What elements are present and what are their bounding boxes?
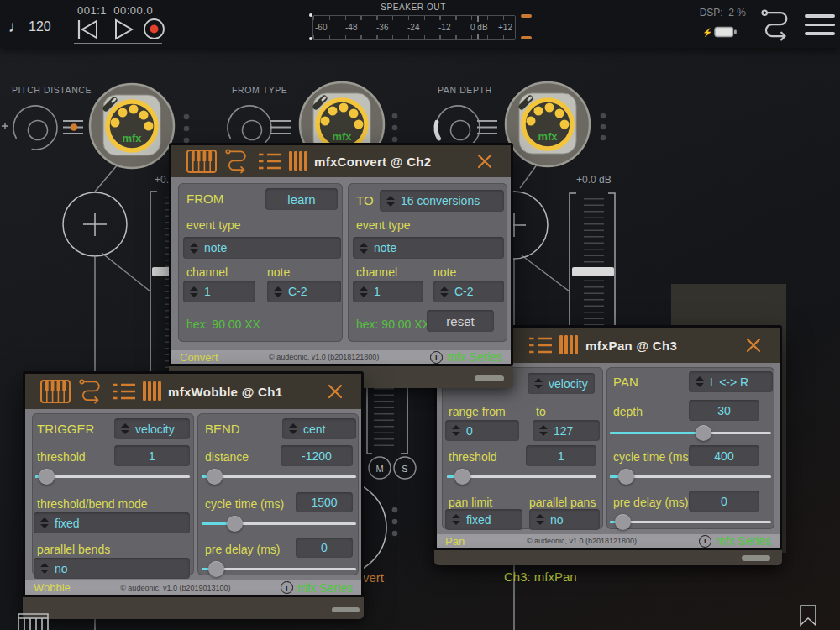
pan-threshold-slider[interactable]	[447, 469, 596, 485]
ch2-lower-dots-menu[interactable]	[392, 507, 398, 537]
pan-threshold-field[interactable]: 1	[526, 445, 596, 466]
mfxconvert-titlebar[interactable]: mfxConvert @ Ch2	[171, 145, 511, 177]
wobble-threshold-slider[interactable]	[35, 469, 190, 485]
wobble-trigger-source-select[interactable]: velocity	[114, 418, 190, 439]
info-icon[interactable]	[281, 581, 293, 594]
mini-keyboard-widget[interactable]	[15, 611, 53, 630]
meter-tick-label: -48	[345, 23, 357, 32]
ch3-channel-tag[interactable]: Ch3: mfxPan	[504, 570, 577, 584]
output-level-meter: -60 -48 -36 -24 -12 0 dB +12	[312, 15, 516, 40]
ch1-dots-menu[interactable]	[184, 114, 190, 144]
ch2-strip-menu-icon[interactable]	[270, 121, 291, 134]
mfxconvert-drag-handle[interactable]	[475, 375, 504, 381]
to-channel-label: channel	[356, 265, 397, 279]
brand: mfx Series	[281, 581, 353, 595]
mfxpan-footer: Pan © audeonic, v1.0 (b2018121800) mfx S…	[437, 534, 780, 548]
to-channel-select[interactable]: 1	[353, 281, 423, 302]
ch1-pitch-distance-knob[interactable]	[2, 106, 57, 150]
play-button[interactable]	[113, 18, 134, 40]
ch2-solo-button[interactable]: S	[394, 457, 416, 479]
wobble-parallel-select[interactable]: no	[34, 558, 190, 579]
mfxwobble-window-title: mfxWobble @ Ch1	[168, 385, 282, 399]
pan-parallel-select[interactable]: no	[529, 509, 600, 530]
wobble-mode-select[interactable]: fixed	[34, 512, 190, 533]
event-list-icon[interactable]	[259, 152, 282, 171]
wobble-predelay-field[interactable]: 0	[296, 538, 353, 558]
stream-route-icon[interactable]	[79, 378, 104, 405]
wobble-cycle-slider[interactable]	[202, 516, 356, 532]
pan-depth-label: depth	[613, 405, 643, 418]
bars-icon[interactable]	[143, 381, 161, 402]
keyboard-icon[interactable]	[40, 380, 71, 403]
pan-range-to-select[interactable]: 127	[533, 420, 600, 441]
ch3-dots-menu[interactable]	[601, 113, 606, 141]
close-icon[interactable]	[477, 154, 492, 169]
close-icon[interactable]	[328, 384, 343, 399]
mfxpan-body: velocity range from to 0 127 threshold 1…	[437, 363, 780, 534]
meter-tick-label: -36	[376, 23, 388, 32]
wobble-distance-field[interactable]: -1200	[281, 445, 353, 466]
ch3-fader-handle[interactable]	[572, 267, 614, 276]
ch2-mute-button[interactable]: M	[369, 457, 391, 479]
to-event-type-select[interactable]: note	[353, 237, 504, 259]
pan-trigger-source-select[interactable]: velocity	[528, 373, 595, 394]
mfxwobble-drag-handle[interactable]	[332, 607, 360, 612]
wobble-predelay-slider[interactable]	[202, 561, 356, 577]
from-channel-select[interactable]: 1	[183, 281, 255, 302]
wobble-distance-slider[interactable]	[202, 469, 356, 485]
pan-direction-select[interactable]: L <-> R	[689, 371, 773, 392]
pan-predelay-slider[interactable]	[610, 514, 771, 530]
pan-depth-field[interactable]: 30	[689, 400, 759, 421]
wobble-threshold-field[interactable]: 1	[114, 445, 190, 466]
transport-bar: ♩ 120 001:1 00:00.0 SPEAKER OUT -60 -48 …	[0, 0, 840, 48]
pan-predelay-field[interactable]: 0	[689, 491, 759, 512]
wobble-cycle-field[interactable]: 1500	[296, 492, 353, 512]
ch2-channel-tag[interactable]: vert	[363, 570, 384, 585]
main-menu-button[interactable]	[805, 14, 835, 35]
pan-range-to-label: to	[536, 405, 546, 418]
pan-cycle-label: cycle time (ms)	[613, 450, 692, 464]
battery-status: ⚡	[702, 26, 738, 38]
tempo-display[interactable]: ♩ 120	[8, 18, 51, 36]
bars-icon[interactable]	[559, 335, 578, 355]
ch3-midi-connector[interactable]: mfx	[506, 82, 590, 166]
bars-icon[interactable]	[289, 151, 307, 171]
pan-limit-select[interactable]: fixed	[445, 509, 522, 530]
pan-cycle-slider[interactable]	[610, 469, 771, 485]
ch1-midi-connector[interactable]: mfx	[90, 84, 174, 168]
info-icon[interactable]	[699, 535, 711, 548]
close-icon[interactable]	[746, 338, 761, 353]
global-stream-route-button[interactable]	[759, 8, 795, 42]
reset-button[interactable]: reset	[427, 310, 494, 332]
skip-to-start-button[interactable]	[76, 18, 101, 40]
convert-learn-button[interactable]: learn	[265, 188, 338, 210]
mfxconvert-window: mfxConvert @ Ch2 FROM learn event type n…	[169, 143, 513, 366]
record-button[interactable]	[143, 18, 165, 40]
wobble-bend-unit-select[interactable]: cent	[282, 418, 356, 439]
to-note-select[interactable]: C-2	[433, 281, 504, 302]
keyboard-icon[interactable]	[186, 150, 217, 173]
event-list-icon[interactable]	[113, 382, 136, 401]
bookmark-icon[interactable]	[801, 606, 816, 625]
midi-activity-led-left	[521, 14, 532, 18]
mfxpan-drag-strip[interactable]	[434, 550, 782, 565]
event-list-icon[interactable]	[529, 336, 553, 354]
stream-route-icon[interactable]	[225, 148, 250, 175]
ch3-strip-menu-icon[interactable]	[477, 121, 497, 134]
pan-cycle-field[interactable]: 400	[689, 445, 759, 466]
pan-range-from-select[interactable]: 0	[445, 420, 519, 441]
info-icon[interactable]	[430, 351, 443, 364]
from-event-type-select[interactable]: note	[183, 237, 341, 259]
wobble-cycle-label: cycle time (ms)	[205, 497, 284, 511]
from-note-select[interactable]: C-2	[267, 281, 341, 302]
mfxwobble-drag-strip[interactable]	[23, 597, 364, 619]
pan-depth-slider[interactable]	[610, 425, 771, 441]
ch3-gain-label: +0.0 dB	[576, 174, 612, 186]
mfxwobble-titlebar[interactable]: mfxWobble @ Ch1	[25, 374, 361, 409]
conversions-select[interactable]: 16 conversions	[380, 190, 504, 212]
ch2-connector-label: mfx	[332, 130, 352, 143]
mfxpan-drag-handle[interactable]	[742, 555, 770, 561]
ch2-dots-menu[interactable]	[392, 113, 398, 143]
mfxwobble-body: TRIGGER velocity threshold 1 threshold/b…	[25, 409, 361, 580]
ch1-strip-settings-icon[interactable]	[63, 121, 83, 134]
